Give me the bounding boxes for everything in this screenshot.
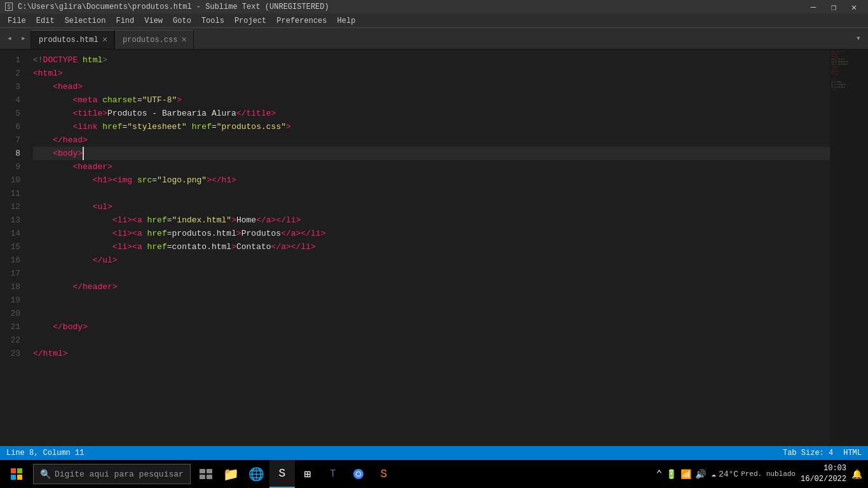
taskbar-teams[interactable]: T bbox=[320, 460, 346, 488]
line-num-17: 17 bbox=[0, 267, 20, 280]
svg-rect-2 bbox=[11, 475, 16, 480]
app-icon: 🅂 bbox=[5, 3, 14, 11]
tab-nav-left[interactable]: ◂ bbox=[3, 27, 17, 49]
code-line-14: <li><a href=produtos.html>Produtos</a></… bbox=[33, 227, 830, 240]
line-num-21: 21 bbox=[0, 320, 20, 334]
minimize-button[interactable]: — bbox=[804, 0, 822, 14]
taskbar-edge[interactable]: 🌐 bbox=[244, 460, 269, 488]
menu-file[interactable]: File bbox=[3, 15, 31, 27]
close-button[interactable]: ✕ bbox=[845, 0, 863, 14]
menu-view[interactable]: View bbox=[139, 15, 168, 27]
svg-rect-7 bbox=[207, 475, 212, 479]
maximize-button[interactable]: ❐ bbox=[825, 0, 843, 14]
code-line-20 bbox=[33, 307, 830, 320]
title-bar-text: C:\Users\glira\Documents\produtos.html -… bbox=[18, 3, 329, 11]
search-bar[interactable]: 🔍 Digite aqui para pesquisar bbox=[33, 464, 191, 484]
minimap[interactable]: DOCTYPE html <html> <head> meta charset … bbox=[830, 50, 868, 446]
svg-rect-4 bbox=[200, 469, 205, 473]
code-line-12: <ul> bbox=[33, 200, 830, 214]
language-mode[interactable]: HTML bbox=[843, 449, 862, 458]
start-button[interactable] bbox=[3, 460, 31, 488]
clock-time: 10:03 bbox=[801, 463, 846, 474]
line-num-9: 9 bbox=[0, 160, 20, 173]
tab-dropdown-button[interactable]: ▾ bbox=[851, 27, 865, 49]
taskbar-chrome[interactable] bbox=[346, 460, 371, 488]
svg-rect-6 bbox=[200, 475, 205, 479]
tab-bar: ◂ ▸ produtos.html × produtos.css × ▾ bbox=[0, 28, 868, 50]
code-editor[interactable]: <!DOCTYPE html> <html> <head> <meta char… bbox=[25, 50, 830, 446]
weather-widget[interactable]: ☁ 24°C Pred. nublado bbox=[711, 469, 796, 479]
tab-nav-right[interactable]: ▸ bbox=[17, 27, 31, 49]
code-line-10: <h1><img src="logo.png"></h1> bbox=[33, 173, 830, 187]
code-line-19 bbox=[33, 294, 830, 307]
svg-rect-0 bbox=[11, 468, 16, 473]
line-num-23: 23 bbox=[0, 347, 20, 360]
taskbar-apps[interactable]: ⊞ bbox=[295, 460, 320, 488]
title-bar: 🅂 C:\Users\glira\Documents\produtos.html… bbox=[0, 0, 868, 14]
tab-produtos-html[interactable]: produtos.html × bbox=[31, 30, 114, 49]
menu-selection[interactable]: Selection bbox=[60, 15, 111, 27]
line-num-19: 19 bbox=[0, 294, 20, 307]
code-line-23: </html> bbox=[33, 347, 830, 360]
tab-label-produtos-css: produtos.css bbox=[123, 36, 177, 44]
menu-find[interactable]: Find bbox=[111, 15, 139, 27]
tray-arrow[interactable]: ⌃ bbox=[656, 468, 662, 480]
menu-help[interactable]: Help bbox=[332, 15, 361, 27]
weather-temp: 24°C bbox=[719, 470, 738, 479]
status-right: Tab Size: 4 HTML bbox=[783, 449, 862, 458]
code-line-17 bbox=[33, 267, 830, 280]
search-icon: 🔍 bbox=[40, 469, 51, 480]
tray-network[interactable]: 📶 bbox=[681, 469, 691, 480]
line-num-4: 4 bbox=[0, 93, 20, 107]
line-num-12: 12 bbox=[0, 200, 20, 214]
line-num-2: 2 bbox=[0, 67, 20, 80]
menu-goto[interactable]: Goto bbox=[168, 15, 196, 27]
line-num-16: 16 bbox=[0, 254, 20, 267]
status-left: Line 8, Column 11 bbox=[6, 449, 84, 458]
system-tray: ⌃ 🔋 📶 🔊 bbox=[656, 468, 706, 480]
menu-project[interactable]: Project bbox=[229, 15, 271, 27]
taskbar-sublime2[interactable]: S bbox=[371, 460, 397, 488]
svg-rect-3 bbox=[17, 475, 22, 480]
code-line-6: <link href="stylesheet" href="produtos.c… bbox=[33, 120, 830, 133]
title-bar-left: 🅂 C:\Users\glira\Documents\produtos.html… bbox=[5, 3, 329, 11]
code-line-1: <!DOCTYPE html> bbox=[33, 53, 830, 67]
tab-close-produtos-html[interactable]: × bbox=[102, 36, 107, 44]
code-line-7: </head> bbox=[33, 133, 830, 147]
taskbar-sublime[interactable]: S bbox=[269, 460, 295, 488]
svg-rect-5 bbox=[207, 469, 212, 473]
editor-area[interactable]: 1 2 3 4 5 6 7 8 9 10 11 12 13 14 15 16 1… bbox=[0, 50, 868, 446]
tab-size[interactable]: Tab Size: 4 bbox=[783, 449, 833, 458]
line-num-14: 14 bbox=[0, 227, 20, 240]
line-num-10: 10 bbox=[0, 173, 20, 187]
code-line-3: <head> bbox=[33, 80, 830, 93]
line-num-11: 11 bbox=[0, 187, 20, 200]
cursor-position[interactable]: Line 8, Column 11 bbox=[6, 449, 84, 458]
svg-point-10 bbox=[356, 472, 360, 476]
menu-preferences[interactable]: Preferences bbox=[271, 15, 332, 27]
menu-tools[interactable]: Tools bbox=[196, 15, 229, 27]
clock-date: 16/02/2022 bbox=[801, 474, 846, 485]
code-line-5: <title>Produtos - Barbearia Alura</title… bbox=[33, 107, 830, 120]
svg-rect-1 bbox=[17, 468, 22, 473]
line-num-3: 3 bbox=[0, 80, 20, 93]
taskbar-file-explorer[interactable]: 📁 bbox=[219, 460, 244, 488]
menu-edit[interactable]: Edit bbox=[31, 15, 60, 27]
code-line-21: </body> bbox=[33, 320, 830, 334]
tab-close-produtos-css[interactable]: × bbox=[181, 36, 186, 44]
code-line-16: </ul> bbox=[33, 254, 830, 267]
line-num-5: 5 bbox=[0, 107, 20, 120]
line-num-15: 15 bbox=[0, 240, 20, 254]
code-line-15: <li><a href=contato.html>Contato</a></li… bbox=[33, 240, 830, 254]
line-num-18: 18 bbox=[0, 280, 20, 294]
taskbar-task-view[interactable] bbox=[193, 460, 219, 488]
tray-volume[interactable]: 🔊 bbox=[695, 469, 706, 480]
weather-icon: ☁ bbox=[711, 469, 716, 479]
tab-produtos-css[interactable]: produtos.css × bbox=[114, 30, 194, 49]
clock[interactable]: 10:03 16/02/2022 bbox=[801, 463, 846, 485]
notification-button[interactable]: 🔔 bbox=[851, 469, 865, 480]
tray-battery[interactable]: 🔋 bbox=[666, 469, 677, 480]
code-line-4: <meta charset="UTF-8"> bbox=[33, 93, 830, 107]
code-line-2: <html> bbox=[33, 67, 830, 80]
status-bar: Line 8, Column 11 Tab Size: 4 HTML bbox=[0, 446, 868, 460]
